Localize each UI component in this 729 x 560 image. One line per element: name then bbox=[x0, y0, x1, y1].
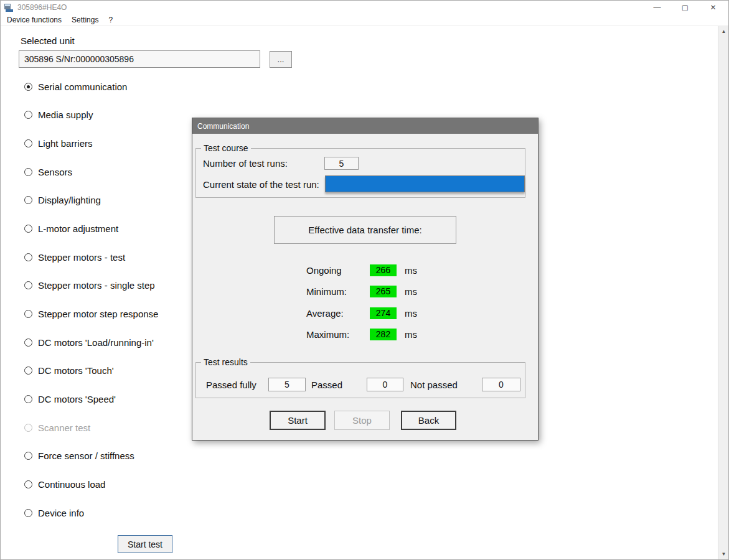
progress-fill bbox=[326, 176, 524, 192]
radio-icon bbox=[24, 480, 32, 488]
radio-option-dc-motors-touch[interactable]: DC motors 'Touch' bbox=[24, 365, 158, 377]
app-window: 305896#HE4O — ▢ ✕ Device functions Setti… bbox=[0, 0, 729, 560]
ongoing-label: Ongoing bbox=[306, 265, 370, 276]
radio-option-media-supply[interactable]: Media supply bbox=[24, 109, 158, 121]
radio-icon bbox=[24, 424, 32, 432]
radio-label: Serial communication bbox=[38, 82, 127, 92]
radio-label: Device info bbox=[38, 508, 84, 518]
number-of-test-runs-label: Number of test runs: bbox=[203, 158, 288, 169]
measurement-row-minimum: Minimum: 265 ms bbox=[306, 285, 417, 297]
radio-icon bbox=[24, 395, 32, 403]
not-passed-label: Not passed bbox=[410, 380, 458, 390]
radio-label: Stepper motors - single step bbox=[38, 280, 155, 291]
radio-option-light-barriers[interactable]: Light barriers bbox=[24, 137, 158, 149]
average-unit: ms bbox=[405, 308, 417, 319]
measurement-row-ongoing: Ongoing 266 ms bbox=[306, 264, 417, 276]
ongoing-unit: ms bbox=[405, 265, 417, 276]
radio-label: DC motors 'Touch' bbox=[38, 365, 114, 376]
number-of-test-runs-value[interactable]: 5 bbox=[324, 157, 359, 170]
radio-icon bbox=[24, 509, 32, 517]
radio-option-serial-communication[interactable]: Serial communication bbox=[24, 80, 158, 93]
radio-icon bbox=[24, 168, 32, 176]
current-state-label: Current state of the test run: bbox=[203, 179, 319, 190]
radio-option-stepper-motors-test[interactable]: Stepper motors - test bbox=[24, 251, 158, 263]
radio-option-dc-motors-speed[interactable]: DC motors 'Speed' bbox=[24, 393, 158, 406]
start-test-button[interactable]: Start test bbox=[118, 535, 172, 553]
radio-icon bbox=[24, 452, 32, 460]
radio-icon bbox=[24, 196, 32, 204]
radio-option-sensors[interactable]: Sensors bbox=[24, 166, 158, 178]
radio-label: Display/lighting bbox=[38, 195, 101, 205]
test-results-legend: Test results bbox=[201, 357, 250, 367]
communication-dialog: Communication Test course Number of test… bbox=[192, 118, 539, 441]
test-options-list: Serial communication Media supply Light … bbox=[24, 80, 158, 535]
radio-label: Media supply bbox=[38, 110, 93, 120]
ongoing-value: 266 bbox=[370, 264, 397, 276]
passed-label: Passed bbox=[311, 380, 342, 390]
radio-icon bbox=[24, 310, 32, 318]
radio-option-scanner-test: Scanner test bbox=[24, 421, 158, 434]
radio-label: DC motors 'Speed' bbox=[38, 394, 116, 404]
measurement-row-maximum: Maximum: 282 ms bbox=[306, 328, 417, 340]
radio-option-stepper-motors-single-step[interactable]: Stepper motors - single step bbox=[24, 279, 158, 292]
radio-icon bbox=[24, 338, 32, 347]
radio-option-l-motor-adjustment[interactable]: L-motor adjustment bbox=[24, 222, 158, 235]
browse-button[interactable]: ... bbox=[270, 51, 292, 68]
selected-unit-input[interactable] bbox=[19, 50, 260, 68]
average-label: Average: bbox=[306, 308, 370, 319]
maximum-unit: ms bbox=[405, 329, 417, 340]
radio-option-force-sensor-stiffness[interactable]: Force sensor / stiffness bbox=[24, 450, 158, 462]
measurement-row-average: Average: 274 ms bbox=[306, 307, 417, 319]
dialog-title: Communication bbox=[197, 122, 249, 131]
radio-label: L-motor adjustment bbox=[38, 223, 118, 234]
radio-icon bbox=[24, 366, 32, 375]
test-run-progress-bar bbox=[325, 175, 525, 192]
radio-label: Scanner test bbox=[38, 422, 90, 433]
back-button[interactable]: Back bbox=[401, 411, 456, 430]
radio-label: DC motors 'Load/running-in' bbox=[38, 337, 154, 348]
minimum-value: 265 bbox=[370, 286, 397, 297]
test-results-group: Test results Passed fully 5 Passed 0 Not… bbox=[195, 362, 525, 398]
start-button[interactable]: Start bbox=[270, 411, 326, 430]
dialog-titlebar[interactable]: Communication bbox=[192, 118, 538, 134]
radio-icon bbox=[24, 253, 32, 261]
scrollbar-up-icon[interactable]: ▲ bbox=[718, 26, 729, 37]
radio-icon bbox=[24, 83, 32, 91]
radio-label: Sensors bbox=[38, 167, 72, 177]
radio-label: Continuous load bbox=[38, 479, 105, 490]
scrollbar-down-icon[interactable]: ▼ bbox=[718, 549, 729, 559]
radio-label: Stepper motor step response bbox=[38, 309, 158, 319]
passed-fully-value: 5 bbox=[268, 378, 306, 391]
effective-transfer-time-title: Effective data transfer time: bbox=[274, 216, 456, 244]
stop-button: Stop bbox=[334, 411, 390, 430]
selected-unit-label: Selected unit bbox=[21, 35, 75, 46]
radio-option-continuous-load[interactable]: Continuous load bbox=[24, 478, 158, 491]
passed-value: 0 bbox=[367, 378, 403, 391]
radio-label: Light barriers bbox=[38, 138, 93, 149]
passed-fully-label: Passed fully bbox=[206, 380, 256, 390]
radio-option-device-info[interactable]: Device info bbox=[24, 506, 158, 519]
maximum-label: Maximum: bbox=[306, 329, 370, 340]
radio-option-stepper-motor-step-response[interactable]: Stepper motor step response bbox=[24, 308, 158, 320]
radio-option-dc-motors-load[interactable]: DC motors 'Load/running-in' bbox=[24, 336, 158, 348]
not-passed-value: 0 bbox=[482, 378, 520, 391]
minimum-label: Minimum: bbox=[306, 286, 370, 297]
radio-icon bbox=[24, 111, 32, 119]
minimum-unit: ms bbox=[405, 286, 417, 297]
vertical-scrollbar[interactable]: ▲ ▼ bbox=[718, 26, 728, 559]
radio-option-display-lighting[interactable]: Display/lighting bbox=[24, 194, 158, 207]
radio-icon bbox=[24, 281, 32, 289]
average-value: 274 bbox=[370, 307, 397, 319]
test-course-legend: Test course bbox=[201, 143, 251, 153]
radio-icon bbox=[24, 139, 32, 147]
maximum-value: 282 bbox=[370, 329, 397, 340]
radio-icon bbox=[24, 225, 32, 233]
test-course-group: Test course Number of test runs: 5 Curre… bbox=[195, 148, 525, 198]
radio-label: Stepper motors - test bbox=[38, 252, 125, 263]
radio-label: Force sensor / stiffness bbox=[38, 450, 134, 461]
